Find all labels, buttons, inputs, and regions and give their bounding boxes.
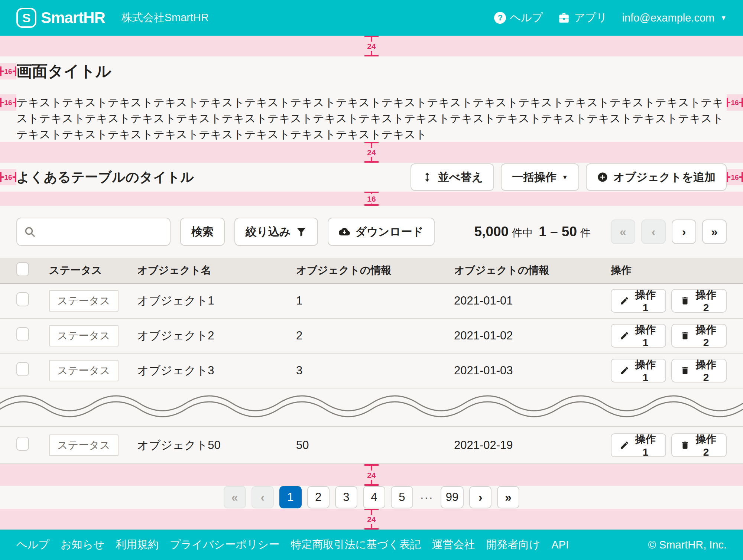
download-button[interactable]: ダウンロード — [328, 218, 435, 246]
help-icon: ? — [494, 12, 506, 24]
first-page-button[interactable]: « — [611, 219, 635, 244]
row-checkbox[interactable] — [16, 362, 29, 376]
help-label: ヘルプ — [510, 10, 543, 25]
page-button-3[interactable]: 3 — [335, 486, 357, 508]
page-title: 画面タイトル — [16, 61, 727, 82]
footer-link-news[interactable]: お知らせ — [61, 537, 104, 552]
filter-funnel-icon — [296, 226, 307, 237]
margin-measure-16: 16 — [0, 94, 16, 111]
spacing-measure-24: 24 — [364, 464, 379, 486]
page-button-5[interactable]: 5 — [391, 486, 413, 508]
search-button[interactable]: 検索 — [180, 218, 225, 246]
edit-button[interactable]: 操作1 — [611, 359, 666, 382]
pencil-icon — [620, 366, 629, 375]
spacing-band-16: 16 — [0, 192, 743, 206]
sort-updown-icon — [422, 172, 433, 183]
row-checkbox[interactable] — [16, 327, 29, 341]
table-header-row: ステータス オブジェクト名 オブジェクトの情報 オブジェクトの情報 操作 — [0, 258, 743, 284]
status-badge: ステータス — [49, 325, 119, 346]
object-info2: 2021-01-03 — [454, 364, 611, 377]
filter-button[interactable]: 絞り込み — [234, 218, 318, 246]
edit-button[interactable]: 操作1 — [611, 324, 666, 348]
object-name: オブジェクト1 — [137, 293, 296, 309]
row-checkbox[interactable] — [16, 437, 29, 451]
last-page-button[interactable]: » — [497, 486, 519, 508]
select-all-checkbox[interactable] — [16, 262, 29, 276]
margin-measure-16: 16 — [727, 169, 743, 185]
prev-page-button[interactable]: ‹ — [641, 219, 666, 244]
next-page-button[interactable]: › — [672, 219, 696, 244]
table-row: ステータス オブジェクト2 2 2021-01-02 操作1 操作2 — [0, 319, 743, 354]
footer-link-developers[interactable]: 開発者向け — [486, 537, 541, 552]
trash-icon — [680, 296, 690, 306]
sort-button[interactable]: 並べ替え — [411, 163, 494, 191]
page-button-1[interactable]: 1 — [279, 486, 302, 508]
spacing-measure-24: 24 — [364, 509, 379, 530]
object-name: オブジェクト50 — [137, 437, 296, 453]
page-button-4[interactable]: 4 — [363, 486, 385, 508]
table-row: ステータス オブジェクト50 50 2021-02-19 操作1 操作2 — [0, 427, 743, 464]
object-info1: 3 — [296, 364, 454, 377]
table-toolbar: 検索 絞り込み ダウンロード 5,000 件中 1 – 50 件 « ‹ › » — [0, 206, 743, 258]
apps-menu[interactable]: アプリ — [558, 10, 607, 25]
page-button-2[interactable]: 2 — [307, 486, 330, 508]
search-icon — [24, 226, 36, 238]
briefcase-icon — [558, 12, 570, 24]
object-info2: 2021-01-01 — [454, 294, 611, 307]
status-badge: ステータス — [49, 360, 119, 381]
total-count: 5,000 — [474, 224, 509, 240]
search-input[interactable] — [39, 225, 163, 238]
bulk-action-button[interactable]: 一括操作 ▼ — [501, 163, 579, 191]
object-info2: 2021-01-02 — [454, 329, 611, 342]
spacing-measure-16: 16 — [364, 192, 379, 206]
trash-icon — [680, 366, 690, 375]
last-page-button[interactable]: » — [702, 219, 727, 244]
row-checkbox[interactable] — [16, 292, 29, 306]
delete-button[interactable]: 操作2 — [671, 433, 727, 457]
help-menu[interactable]: ? ヘルプ — [494, 10, 543, 25]
search-box[interactable] — [16, 218, 171, 246]
first-page-button[interactable]: « — [224, 486, 246, 508]
copyright: © SmartHR, Inc. — [648, 539, 727, 551]
object-info1: 1 — [296, 294, 454, 307]
table-title-row: 16 よくあるテーブルのタイトル 並べ替え 一括操作 ▼ オブジェクトを追加 1… — [0, 163, 743, 192]
bottom-pagination: « ‹ 1 2 3 4 5 ··· 99 › » — [0, 486, 743, 509]
footer-link-company[interactable]: 運営会社 — [432, 537, 475, 552]
edit-button[interactable]: 操作1 — [611, 289, 666, 313]
delete-button[interactable]: 操作2 — [671, 324, 727, 348]
cloud-download-icon — [339, 226, 350, 237]
object-info2: 2021-02-19 — [454, 439, 611, 452]
footer-link-help[interactable]: ヘルプ — [16, 537, 49, 552]
page-button-99[interactable]: 99 — [441, 486, 464, 508]
spacing-band-24: 24 — [0, 142, 743, 163]
brand-name[interactable]: SmartHR — [41, 9, 105, 27]
prev-page-button[interactable]: ‹ — [252, 486, 274, 508]
spacing-measure-24: 24 — [364, 142, 379, 163]
pencil-icon — [620, 296, 629, 306]
account-dropdown[interactable]: info@example.com ▼ — [622, 12, 727, 24]
margin-measure-16: 16 — [0, 169, 16, 185]
delete-button[interactable]: 操作2 — [671, 289, 727, 313]
column-header-actions: 操作 — [611, 263, 727, 277]
footer-link-commerce-law[interactable]: 特定商取引法に基づく表記 — [291, 537, 421, 552]
trash-icon — [680, 331, 690, 341]
object-info1: 50 — [296, 439, 454, 452]
add-object-button[interactable]: オブジェクトを追加 — [586, 163, 727, 191]
pencil-icon — [620, 331, 629, 341]
edit-button[interactable]: 操作1 — [611, 433, 666, 457]
tenant-name: 株式会社SmartHR — [121, 10, 209, 25]
column-header-info1: オブジェクトの情報 — [296, 263, 454, 277]
delete-button[interactable]: 操作2 — [671, 359, 727, 382]
chevron-down-icon: ▼ — [562, 174, 568, 180]
object-name: オブジェクト3 — [137, 363, 296, 378]
intro-section: 16 画面タイトル 16 16 テキストテキストテキストテキストテキストテキスト… — [0, 56, 743, 142]
column-header-status: ステータス — [49, 263, 137, 277]
footer-link-api[interactable]: API — [551, 539, 569, 551]
footer-link-terms[interactable]: 利用規約 — [116, 537, 159, 552]
next-page-button[interactable]: › — [469, 486, 491, 508]
status-badge: ステータス — [49, 290, 119, 312]
footer-link-privacy[interactable]: プライバシーポリシー — [170, 537, 279, 552]
object-table: ステータス オブジェクト名 オブジェクトの情報 オブジェクトの情報 操作 ステー… — [0, 258, 743, 464]
spacing-band-24: 24 — [0, 464, 743, 486]
smarthr-logo-icon[interactable]: S — [16, 8, 36, 28]
